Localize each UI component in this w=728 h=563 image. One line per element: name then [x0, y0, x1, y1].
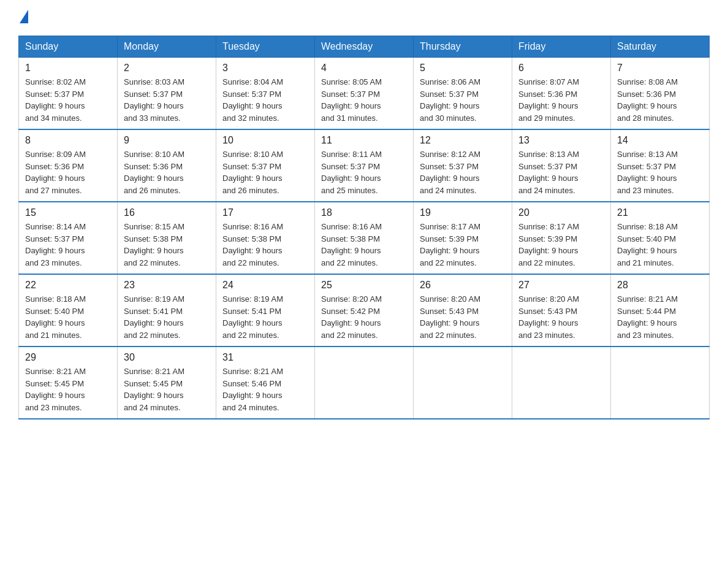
calendar-cell [414, 347, 512, 419]
calendar-cell: 31 Sunrise: 8:21 AM Sunset: 5:46 PM Dayl… [216, 347, 315, 419]
day-info: Sunrise: 8:14 AM Sunset: 5:37 PM Dayligh… [25, 221, 111, 269]
calendar-cell: 28 Sunrise: 8:21 AM Sunset: 5:44 PM Dayl… [611, 274, 710, 347]
calendar-cell: 18 Sunrise: 8:16 AM Sunset: 5:38 PM Dayl… [315, 202, 414, 274]
day-info: Sunrise: 8:21 AM Sunset: 5:46 PM Dayligh… [222, 366, 308, 413]
calendar-cell: 27 Sunrise: 8:20 AM Sunset: 5:43 PM Dayl… [512, 274, 611, 347]
day-info: Sunrise: 8:17 AM Sunset: 5:39 PM Dayligh… [518, 221, 604, 269]
calendar-cell: 15 Sunrise: 8:14 AM Sunset: 5:37 PM Dayl… [19, 202, 118, 274]
calendar-cell: 26 Sunrise: 8:20 AM Sunset: 5:43 PM Dayl… [414, 274, 512, 347]
day-info: Sunrise: 8:09 AM Sunset: 5:36 PM Dayligh… [25, 148, 111, 196]
calendar-cell: 4 Sunrise: 8:05 AM Sunset: 5:37 PM Dayli… [315, 58, 414, 130]
calendar-cell [611, 347, 710, 419]
calendar-cell [512, 347, 611, 419]
day-number: 2 [124, 63, 210, 74]
day-info: Sunrise: 8:18 AM Sunset: 5:40 PM Dayligh… [25, 293, 111, 341]
calendar-cell [315, 347, 414, 419]
calendar-cell: 7 Sunrise: 8:08 AM Sunset: 5:36 PM Dayli… [611, 58, 710, 130]
day-info: Sunrise: 8:05 AM Sunset: 5:37 PM Dayligh… [321, 76, 407, 124]
calendar-cell: 29 Sunrise: 8:21 AM Sunset: 5:45 PM Dayl… [19, 347, 118, 419]
calendar-cell: 3 Sunrise: 8:04 AM Sunset: 5:37 PM Dayli… [216, 58, 315, 130]
calendar-cell: 20 Sunrise: 8:17 AM Sunset: 5:39 PM Dayl… [512, 202, 611, 274]
weekday-header-monday: Monday [118, 36, 216, 58]
day-info: Sunrise: 8:04 AM Sunset: 5:37 PM Dayligh… [222, 76, 308, 124]
calendar-cell: 5 Sunrise: 8:06 AM Sunset: 5:37 PM Dayli… [414, 58, 512, 130]
day-info: Sunrise: 8:12 AM Sunset: 5:37 PM Dayligh… [420, 148, 506, 196]
day-info: Sunrise: 8:06 AM Sunset: 5:37 PM Dayligh… [420, 76, 506, 124]
day-info: Sunrise: 8:18 AM Sunset: 5:40 PM Dayligh… [617, 221, 703, 269]
calendar-cell: 2 Sunrise: 8:03 AM Sunset: 5:37 PM Dayli… [118, 58, 216, 130]
day-number: 8 [25, 135, 111, 146]
day-number: 17 [222, 207, 308, 218]
weekday-header-tuesday: Tuesday [216, 36, 315, 58]
day-number: 3 [222, 63, 308, 74]
calendar-cell: 19 Sunrise: 8:17 AM Sunset: 5:39 PM Dayl… [414, 202, 512, 274]
weekday-header-row: SundayMondayTuesdayWednesdayThursdayFrid… [19, 36, 710, 58]
day-number: 20 [518, 207, 604, 218]
day-number: 27 [518, 280, 604, 291]
day-info: Sunrise: 8:08 AM Sunset: 5:36 PM Dayligh… [617, 76, 703, 124]
day-number: 28 [617, 280, 703, 291]
day-number: 6 [518, 63, 604, 74]
weekday-header-wednesday: Wednesday [315, 36, 414, 58]
day-number: 11 [321, 135, 407, 146]
day-number: 29 [25, 352, 111, 363]
day-info: Sunrise: 8:03 AM Sunset: 5:37 PM Dayligh… [124, 76, 210, 124]
day-info: Sunrise: 8:13 AM Sunset: 5:37 PM Dayligh… [617, 148, 703, 196]
week-row-2: 8 Sunrise: 8:09 AM Sunset: 5:36 PM Dayli… [19, 129, 710, 202]
week-row-1: 1 Sunrise: 8:02 AM Sunset: 5:37 PM Dayli… [19, 58, 710, 130]
weekday-header-thursday: Thursday [414, 36, 512, 58]
day-number: 23 [124, 280, 210, 291]
day-number: 22 [25, 280, 111, 291]
day-number: 7 [617, 63, 703, 74]
calendar-cell: 25 Sunrise: 8:20 AM Sunset: 5:42 PM Dayl… [315, 274, 414, 347]
calendar-cell: 21 Sunrise: 8:18 AM Sunset: 5:40 PM Dayl… [611, 202, 710, 274]
day-number: 12 [420, 135, 506, 146]
calendar-cell: 12 Sunrise: 8:12 AM Sunset: 5:37 PM Dayl… [414, 129, 512, 202]
day-info: Sunrise: 8:07 AM Sunset: 5:36 PM Dayligh… [518, 76, 604, 124]
day-info: Sunrise: 8:20 AM Sunset: 5:43 PM Dayligh… [518, 293, 604, 341]
day-number: 19 [420, 207, 506, 218]
day-info: Sunrise: 8:16 AM Sunset: 5:38 PM Dayligh… [321, 221, 407, 269]
day-number: 25 [321, 280, 407, 291]
calendar-cell: 17 Sunrise: 8:16 AM Sunset: 5:38 PM Dayl… [216, 202, 315, 274]
calendar-cell: 23 Sunrise: 8:19 AM Sunset: 5:41 PM Dayl… [118, 274, 216, 347]
calendar-cell: 6 Sunrise: 8:07 AM Sunset: 5:36 PM Dayli… [512, 58, 611, 130]
calendar-cell: 24 Sunrise: 8:19 AM Sunset: 5:41 PM Dayl… [216, 274, 315, 347]
logo-triangle-icon [20, 10, 28, 23]
weekday-header-friday: Friday [512, 36, 611, 58]
calendar-cell: 22 Sunrise: 8:18 AM Sunset: 5:40 PM Dayl… [19, 274, 118, 347]
calendar-cell: 8 Sunrise: 8:09 AM Sunset: 5:36 PM Dayli… [19, 129, 118, 202]
day-number: 10 [222, 135, 308, 146]
day-number: 9 [124, 135, 210, 146]
day-number: 31 [222, 352, 308, 363]
calendar-cell: 11 Sunrise: 8:11 AM Sunset: 5:37 PM Dayl… [315, 129, 414, 202]
day-info: Sunrise: 8:13 AM Sunset: 5:37 PM Dayligh… [518, 148, 604, 196]
day-info: Sunrise: 8:20 AM Sunset: 5:43 PM Dayligh… [420, 293, 506, 341]
calendar-cell: 30 Sunrise: 8:21 AM Sunset: 5:45 PM Dayl… [118, 347, 216, 419]
day-info: Sunrise: 8:21 AM Sunset: 5:44 PM Dayligh… [617, 293, 703, 341]
calendar-cell: 1 Sunrise: 8:02 AM Sunset: 5:37 PM Dayli… [19, 58, 118, 130]
calendar-cell: 14 Sunrise: 8:13 AM Sunset: 5:37 PM Dayl… [611, 129, 710, 202]
day-info: Sunrise: 8:21 AM Sunset: 5:45 PM Dayligh… [25, 366, 111, 413]
day-number: 21 [617, 207, 703, 218]
week-row-5: 29 Sunrise: 8:21 AM Sunset: 5:45 PM Dayl… [19, 347, 710, 419]
logo [18, 12, 28, 23]
day-info: Sunrise: 8:19 AM Sunset: 5:41 PM Dayligh… [222, 293, 308, 341]
day-info: Sunrise: 8:02 AM Sunset: 5:37 PM Dayligh… [25, 76, 111, 124]
day-number: 26 [420, 280, 506, 291]
day-info: Sunrise: 8:19 AM Sunset: 5:41 PM Dayligh… [124, 293, 210, 341]
day-number: 1 [25, 63, 111, 74]
day-number: 4 [321, 63, 407, 74]
day-info: Sunrise: 8:20 AM Sunset: 5:42 PM Dayligh… [321, 293, 407, 341]
day-info: Sunrise: 8:10 AM Sunset: 5:36 PM Dayligh… [124, 148, 210, 196]
day-number: 15 [25, 207, 111, 218]
day-number: 18 [321, 207, 407, 218]
weekday-header-sunday: Sunday [19, 36, 118, 58]
day-info: Sunrise: 8:17 AM Sunset: 5:39 PM Dayligh… [420, 221, 506, 269]
day-number: 5 [420, 63, 506, 74]
calendar-cell: 16 Sunrise: 8:15 AM Sunset: 5:38 PM Dayl… [118, 202, 216, 274]
day-info: Sunrise: 8:10 AM Sunset: 5:37 PM Dayligh… [222, 148, 308, 196]
day-number: 14 [617, 135, 703, 146]
day-number: 13 [518, 135, 604, 146]
day-info: Sunrise: 8:15 AM Sunset: 5:38 PM Dayligh… [124, 221, 210, 269]
